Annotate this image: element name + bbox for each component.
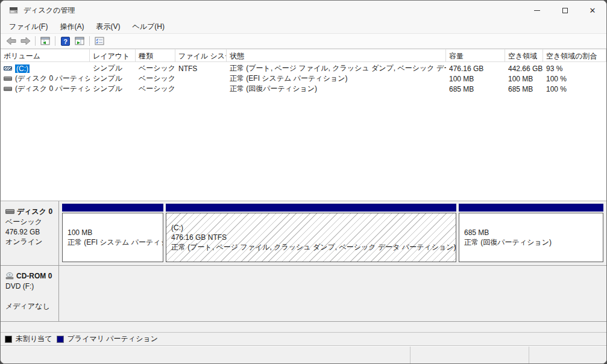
disk0-partition-area: 100 MB 正常 (EFI システム パーティション) (C:) 476.16… [59,201,606,265]
minimize-button[interactable] [523,1,551,20]
column-header-free-percent[interactable]: 空き領域の割合 [543,49,606,61]
volume-name: (ディスク 0 パーティション 4) [15,84,90,94]
volume-layout: シンプル [90,74,136,84]
volume-row-partition4[interactable]: (ディスク 0 パーティション 4) シンプル ベーシック 正常 (回復パーティ… [1,84,606,94]
volume-filesystem: NTFS [175,64,227,73]
column-header-filesystem[interactable]: ファイル システム [175,49,227,61]
menu-action[interactable]: 操作(A) [54,20,90,33]
partition-c-selected[interactable]: (C:) 476.16 GB NTFS 正常 (ブート, ページ ファイル, ク… [166,204,456,262]
column-header-free-space[interactable]: 空き領域 [505,49,543,61]
cdrom-media-status: メディアなし [5,301,56,312]
column-header-capacity[interactable]: 容量 [446,49,505,61]
volume-type: ベーシック [136,84,175,94]
volume-status: 正常 (ブート, ページ ファイル, クラッシュ ダンプ, ベーシック データ … [227,63,446,74]
minimize-icon [534,10,540,11]
help-button[interactable]: ? [58,35,72,47]
volume-status: 正常 (回復パーティション) [227,84,446,94]
volume-free: 685 MB [505,85,543,93]
help-icon: ? [61,37,70,46]
action-pane-toggle-icon [75,37,84,46]
maximize-icon [562,8,568,13]
volume-layout: シンプル [90,63,136,74]
disk0-label-panel[interactable]: ディスク 0 ベーシック 476.92 GB オンライン [1,201,59,265]
legend-bar: 未割り当て プライマリ パーティション [1,332,606,346]
toolbar-separator [55,36,55,46]
disk0-type: ベーシック [5,217,56,227]
volume-icon [4,66,12,71]
partition-size: 476.16 GB NTFS [171,233,451,242]
cdrom-drive-letter: DVD (F:) [5,281,56,292]
partition-status: 正常 (回復パーティション) [464,237,598,247]
volume-icon [4,87,12,91]
column-header-layout[interactable]: レイアウト [90,49,136,61]
back-arrow-icon [6,37,16,45]
forward-button[interactable] [19,35,32,47]
status-segment [529,347,606,363]
volume-row-partition1[interactable]: (ディスク 0 パーティション 1) シンプル ベーシック 正常 (EFI シス… [1,74,606,84]
volume-name-cell: (C:) [1,64,90,73]
disk0-status: オンライン [5,237,56,247]
volume-name-cell: (ディスク 0 パーティション 4) [1,84,90,94]
unallocated-swatch [5,336,12,343]
volume-name-cell: (ディスク 0 パーティション 1) [1,74,90,84]
cdrom-row: CD-ROM 0 DVD (F:) メディアなし [1,266,606,322]
maximize-button[interactable] [551,1,579,20]
back-button[interactable] [4,35,17,47]
close-button[interactable]: ✕ [579,1,606,20]
primary-partition-color-bar [166,204,456,212]
partition-status: 正常 (EFI システム パーティション) [68,237,158,247]
primary-partition-color-bar [459,204,603,212]
volume-table-body: (C:) シンプル ベーシック NTFS 正常 (ブート, ページ ファイル, … [1,62,606,201]
console-tree-toggle-button[interactable] [39,35,52,47]
partition-recovery[interactable]: 685 MB 正常 (回復パーティション) [459,204,603,262]
legend-unallocated-label: 未割り当て [16,334,52,344]
volume-table-header: ボリューム レイアウト 種類 ファイル システム 状態 容量 空き領域 空き領域… [1,49,606,62]
menu-view[interactable]: 表示(V) [90,20,126,33]
volume-list-pane: ボリューム レイアウト 種類 ファイル システム 状態 容量 空き領域 空き領域… [1,49,606,201]
partition-size: 685 MB [464,228,598,237]
console-tree-toggle-icon [40,37,50,46]
disk-management-window: ディスクの管理 ✕ ファイル(F) 操作(A) 表示(V) ヘルプ(H) [0,0,607,364]
column-header-volume[interactable]: ボリューム [1,49,90,61]
cdrom-name: CD-ROM 0 [16,271,52,281]
volume-status: 正常 (EFI システム パーティション) [227,74,446,84]
volume-type: ベーシック [136,63,175,74]
volume-free: 100 MB [505,75,543,83]
statusbar [1,346,606,363]
volume-capacity: 476.16 GB [446,64,505,73]
disk-drive-icon [5,209,14,214]
volume-free: 442.66 GB [505,64,543,73]
volume-name-selected: (C:) [15,64,30,73]
partition-status: 正常 (ブート, ページ ファイル, クラッシュ ダンプ, ベーシック データ … [171,242,451,252]
window-title: ディスクの管理 [24,5,75,16]
legend-unallocated: 未割り当て [5,334,52,344]
column-header-type[interactable]: 種類 [136,49,175,61]
action-pane-toggle-button[interactable] [73,35,86,47]
volume-capacity: 685 MB [446,85,505,93]
partition-size: 100 MB [68,228,158,237]
menu-file[interactable]: ファイル(F) [3,20,54,33]
partition-efi[interactable]: 100 MB 正常 (EFI システム パーティション) [62,204,163,262]
properties-icon [95,37,104,46]
volume-icon [4,77,12,81]
volume-free-percent: 100 % [543,85,606,93]
forward-arrow-icon [20,37,31,45]
toolbar-separator [89,36,90,46]
legend-primary-label: プライマリ パーティション [68,334,158,344]
properties-button[interactable] [93,35,106,47]
cdrom-empty-area [59,266,606,321]
primary-partition-color-bar [62,204,163,212]
close-icon: ✕ [590,7,596,14]
volume-capacity: 100 MB [446,75,505,83]
cd-rom-icon [5,272,14,280]
volume-type: ベーシック [136,74,175,84]
column-header-status[interactable]: 状態 [227,49,446,61]
toolbar: ? [1,33,606,49]
cdrom-label-panel[interactable]: CD-ROM 0 DVD (F:) メディアなし [1,266,59,321]
menu-help[interactable]: ヘルプ(H) [126,20,171,33]
toolbar-separator [35,36,36,46]
partition-name: (C:) [171,223,451,233]
graphical-view-pane: ディスク 0 ベーシック 476.92 GB オンライン 100 MB 正常 (… [1,201,606,346]
menubar: ファイル(F) 操作(A) 表示(V) ヘルプ(H) [1,20,606,33]
volume-row-c[interactable]: (C:) シンプル ベーシック NTFS 正常 (ブート, ページ ファイル, … [1,63,606,74]
